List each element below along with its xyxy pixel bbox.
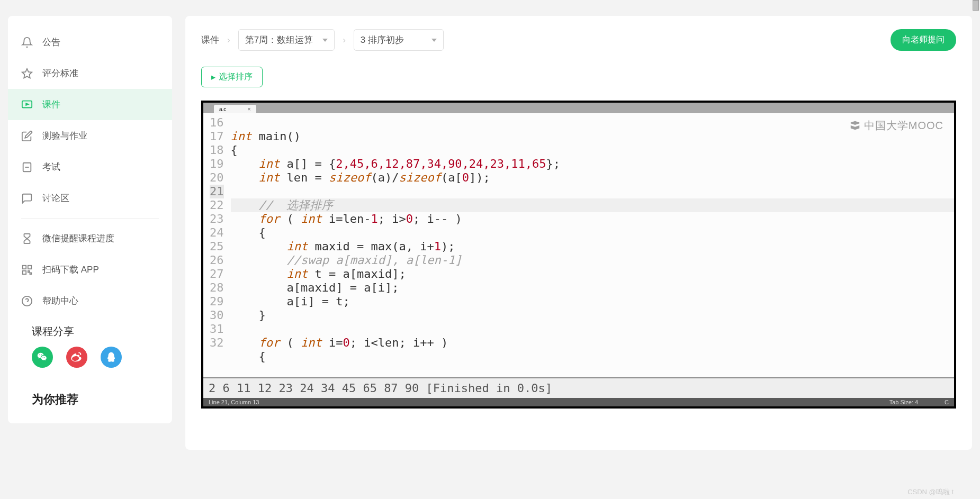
week-select[interactable]: 第7周：数组运算: [238, 29, 335, 51]
share-title: 课程分享: [8, 316, 172, 344]
sidebar-item-criteria[interactable]: 评分标准: [8, 58, 172, 89]
sidebar-item-announce[interactable]: 公告: [8, 26, 172, 58]
mooc-watermark: 中国大学MOOC: [849, 119, 943, 132]
sidebar-label: 扫码下载 APP: [42, 264, 99, 276]
recommend-title: 为你推荐: [8, 381, 172, 413]
main-header: 课件 › 第7周：数组运算 › 3 排序初步 向老师提问: [201, 29, 956, 51]
sidebar-item-homework[interactable]: 测验与作业: [8, 120, 172, 151]
weibo-share-icon[interactable]: [66, 347, 87, 368]
edit-icon: [21, 130, 33, 142]
editor-tab[interactable]: a.c ×: [214, 105, 256, 113]
tab-name: a.c: [219, 106, 226, 112]
sidebar-label: 课件: [42, 98, 60, 111]
play-icon: ▸: [211, 72, 215, 82]
chevron-right-icon: ›: [227, 35, 230, 46]
qr-icon: [21, 264, 33, 276]
main-content: 课件 › 第7周：数组运算 › 3 排序初步 向老师提问 ▸ 选择排序 a.c …: [185, 16, 972, 450]
sidebar: 公告 评分标准 课件 测验与作业 考试 讨论区 微信提醒课程进度 扫: [8, 16, 172, 423]
action-label: 选择排序: [219, 71, 253, 83]
chevron-right-icon: ›: [343, 35, 346, 46]
sidebar-label: 帮助中心: [42, 295, 78, 307]
line-gutter: 1617181920212223242526272829303132: [203, 113, 228, 377]
status-tabsize[interactable]: Tab Size: 4: [889, 399, 918, 405]
doc-icon: [21, 161, 33, 173]
hourglass-icon: [21, 233, 33, 244]
select-sort-button[interactable]: ▸ 选择排序: [201, 67, 263, 87]
sidebar-item-exam[interactable]: 考试: [8, 151, 172, 183]
status-position: Line 21, Column 13: [209, 399, 259, 405]
sidebar-item-discuss[interactable]: 讨论区: [8, 183, 172, 214]
editor-body: 1617181920212223242526272829303132 中国大学M…: [203, 113, 954, 377]
statusbar: Line 21, Column 13 Tab Size: 4 C: [203, 398, 954, 406]
csdn-watermark: CSDN @呜啦 t: [907, 487, 954, 497]
screen-icon: [21, 99, 33, 111]
qq-share-icon[interactable]: [101, 347, 122, 368]
sidebar-item-help[interactable]: 帮助中心: [8, 285, 172, 316]
wechat-share-icon[interactable]: [32, 347, 53, 368]
status-lang[interactable]: C: [945, 399, 949, 405]
sidebar-item-wechat[interactable]: 微信提醒课程进度: [8, 223, 172, 254]
svg-marker-2: [26, 103, 29, 105]
share-icons: [8, 344, 172, 381]
breadcrumb-root[interactable]: 课件: [201, 34, 219, 46]
svg-rect-7: [23, 270, 26, 274]
sidebar-label: 讨论区: [42, 192, 69, 204]
chat-icon: [21, 193, 33, 204]
lesson-select[interactable]: 3 排序初步: [354, 29, 444, 51]
bell-icon: [21, 37, 33, 48]
ask-teacher-button[interactable]: 向老师提问: [891, 29, 956, 51]
sidebar-item-app[interactable]: 扫码下载 APP: [8, 254, 172, 285]
svg-rect-5: [23, 265, 26, 268]
sidebar-label: 评分标准: [42, 67, 78, 79]
code-area[interactable]: 中国大学MOOCint main() { int a[] = {2,45,6,1…: [228, 113, 955, 377]
svg-rect-9: [30, 273, 32, 274]
svg-marker-0: [22, 68, 32, 77]
divider: [21, 218, 159, 219]
help-icon: [21, 295, 33, 307]
output-panel: 2 6 11 12 23 24 34 45 65 87 90 [Finished…: [203, 377, 954, 398]
scroll-indicator[interactable]: [973, 0, 979, 11]
sidebar-label: 测验与作业: [42, 130, 87, 142]
svg-rect-8: [28, 270, 30, 272]
sidebar-item-courseware[interactable]: 课件: [8, 89, 172, 120]
sidebar-label: 公告: [42, 36, 60, 48]
video-editor-frame: a.c × 1617181920212223242526272829303132…: [201, 101, 956, 409]
close-icon[interactable]: ×: [247, 106, 250, 112]
editor-tabbar: a.c ×: [203, 103, 954, 113]
sidebar-label: 考试: [42, 161, 60, 173]
sidebar-label: 微信提醒课程进度: [42, 232, 114, 244]
star-icon: [21, 68, 33, 79]
svg-rect-6: [28, 265, 31, 268]
breadcrumb: 课件 › 第7周：数组运算 › 3 排序初步: [201, 29, 444, 51]
